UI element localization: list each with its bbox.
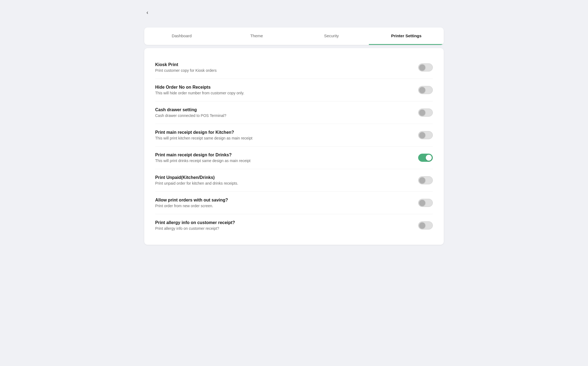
setting-desc-print-allergy-info: Print allergy info on customer receipt? bbox=[155, 226, 407, 231]
setting-text-drinks-receipt-design: Print main receipt design for Drinks?Thi… bbox=[155, 153, 418, 163]
setting-title-hide-order-no: Hide Order No on Receipts bbox=[155, 85, 407, 90]
toggle-wrapper-print-unpaid bbox=[418, 176, 433, 184]
setting-text-cash-drawer: Cash drawer settingCash drawer connected… bbox=[155, 107, 418, 118]
setting-title-print-without-saving: Allow print orders with out saving? bbox=[155, 198, 407, 203]
tab-security[interactable]: Security bbox=[294, 27, 369, 45]
toggle-wrapper-print-allergy-info bbox=[418, 221, 433, 229]
setting-text-print-allergy-info: Print allergy info on customer receipt?P… bbox=[155, 220, 418, 231]
toggle-wrapper-print-without-saving bbox=[418, 199, 433, 207]
setting-text-print-without-saving: Allow print orders with out saving?Print… bbox=[155, 198, 418, 208]
toggle-print-allergy-info[interactable] bbox=[418, 221, 433, 229]
setting-desc-drinks-receipt-design: This will print drinks receipt same desi… bbox=[155, 159, 407, 163]
setting-title-drinks-receipt-design: Print main receipt design for Drinks? bbox=[155, 153, 407, 157]
setting-desc-print-without-saving: Print order from new order screen. bbox=[155, 204, 407, 208]
setting-row-kiosk-print: Kiosk PrintPrint customer copy for Kiosk… bbox=[155, 56, 433, 79]
toggle-drinks-receipt-design[interactable] bbox=[418, 154, 433, 162]
setting-row-print-without-saving: Allow print orders with out saving?Print… bbox=[155, 192, 433, 214]
setting-title-print-unpaid: Print Unpaid(Kitchen/Drinks) bbox=[155, 175, 407, 180]
setting-desc-hide-order-no: This will hide order number from custome… bbox=[155, 91, 407, 95]
tab-dashboard[interactable]: Dashboard bbox=[144, 27, 219, 45]
setting-text-kitchen-receipt-design: Print main receipt design for Kitchen?Th… bbox=[155, 130, 418, 140]
toggle-wrapper-hide-order-no bbox=[418, 86, 433, 94]
toggle-cash-drawer[interactable] bbox=[418, 108, 433, 117]
setting-text-kiosk-print: Kiosk PrintPrint customer copy for Kiosk… bbox=[155, 62, 418, 73]
setting-title-print-allergy-info: Print allergy info on customer receipt? bbox=[155, 220, 407, 225]
tab-theme[interactable]: Theme bbox=[219, 27, 294, 45]
setting-desc-kiosk-print: Print customer copy for Kiosk orders bbox=[155, 68, 407, 73]
tabs-card: DashboardThemeSecurityPrinter Settings bbox=[144, 27, 444, 45]
settings-content: Kiosk PrintPrint customer copy for Kiosk… bbox=[144, 48, 444, 245]
setting-text-print-unpaid: Print Unpaid(Kitchen/Drinks)Print unpaid… bbox=[155, 175, 418, 185]
toggle-kiosk-print[interactable] bbox=[418, 63, 433, 72]
toggle-print-without-saving[interactable] bbox=[418, 199, 433, 207]
setting-text-hide-order-no: Hide Order No on ReceiptsThis will hide … bbox=[155, 85, 418, 95]
toggle-print-unpaid[interactable] bbox=[418, 176, 433, 184]
setting-row-cash-drawer: Cash drawer settingCash drawer connected… bbox=[155, 101, 433, 124]
setting-row-kitchen-receipt-design: Print main receipt design for Kitchen?Th… bbox=[155, 124, 433, 147]
setting-row-print-unpaid: Print Unpaid(Kitchen/Drinks)Print unpaid… bbox=[155, 169, 433, 192]
setting-desc-print-unpaid: Print unpaid order for kitchen and drink… bbox=[155, 181, 407, 185]
setting-row-hide-order-no: Hide Order No on ReceiptsThis will hide … bbox=[155, 79, 433, 101]
toggle-wrapper-drinks-receipt-design bbox=[418, 154, 433, 162]
setting-desc-kitchen-receipt-design: This will print kitchen receipt same des… bbox=[155, 136, 407, 140]
toggle-hide-order-no[interactable] bbox=[418, 86, 433, 94]
setting-title-kiosk-print: Kiosk Print bbox=[155, 62, 407, 67]
back-button[interactable]: ‹ bbox=[144, 8, 151, 17]
setting-desc-cash-drawer: Cash drawer connected to POS Terminal? bbox=[155, 113, 407, 118]
setting-row-print-allergy-info: Print allergy info on customer receipt?P… bbox=[155, 214, 433, 237]
tab-printer-settings[interactable]: Printer Settings bbox=[369, 27, 444, 45]
toggle-wrapper-cash-drawer bbox=[418, 108, 433, 117]
toggle-kitchen-receipt-design[interactable] bbox=[418, 131, 433, 139]
toggle-wrapper-kiosk-print bbox=[418, 63, 433, 72]
setting-title-kitchen-receipt-design: Print main receipt design for Kitchen? bbox=[155, 130, 407, 135]
toggle-wrapper-kitchen-receipt-design bbox=[418, 131, 433, 139]
setting-row-drinks-receipt-design: Print main receipt design for Drinks?Thi… bbox=[155, 147, 433, 169]
tabs-row: DashboardThemeSecurityPrinter Settings bbox=[144, 27, 444, 45]
setting-title-cash-drawer: Cash drawer setting bbox=[155, 107, 407, 112]
